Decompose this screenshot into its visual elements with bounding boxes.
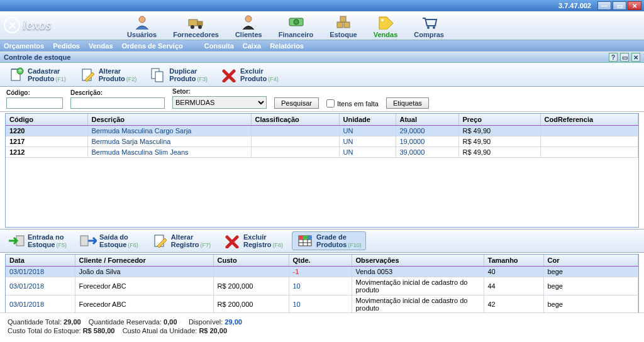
svg-point-13 xyxy=(433,26,435,29)
table-header-row: Código Descrição Classificação Unidade A… xyxy=(6,114,638,126)
grid-icon xyxy=(296,233,314,248)
users-icon xyxy=(133,14,151,30)
codigo-label: Código: xyxy=(6,89,63,96)
pesquisar-button[interactable]: Pesquisar xyxy=(274,97,319,109)
table-row[interactable]: 03/01/2018João da Silva-1Venda 005340beg… xyxy=(6,267,638,277)
nav-clientes[interactable]: Clientes xyxy=(231,13,266,40)
table-row[interactable]: 03/01/2018Forecedor ABCR$ 200,00010Movim… xyxy=(6,277,638,295)
svg-point-0 xyxy=(139,16,145,23)
svg-rect-1 xyxy=(189,19,197,26)
svg-rect-8 xyxy=(337,22,343,28)
svg-point-4 xyxy=(198,25,202,29)
alterar-produto-button[interactable]: AlterarProduto(F2) xyxy=(75,66,141,84)
edit-icon xyxy=(151,233,169,248)
product-toolbar: + CadastrarProduto(F1) AlterarProduto(F2… xyxy=(0,63,644,87)
logo-text: lexos xyxy=(23,18,52,33)
svg-rect-24 xyxy=(299,236,303,240)
version-label: 3.7.47.002 xyxy=(558,2,591,9)
status-bar: Quantidade Total: 29,00 Quantidade Reser… xyxy=(0,312,644,342)
menu-caixa[interactable]: Caixa xyxy=(243,42,261,50)
app-logo: ✕ lexos xyxy=(4,17,52,33)
etiquetas-button[interactable]: Etiquetas xyxy=(386,97,429,109)
title-bar: 3.7.47.002 — ▭ ✕ xyxy=(0,0,644,11)
window-close[interactable]: ✕ xyxy=(631,53,640,62)
svg-rect-19 xyxy=(155,72,163,82)
excluir-registro-button[interactable]: ExcluirRegistro(F8) xyxy=(219,232,287,250)
entrada-estoque-button[interactable]: Entrada noEstoque(F5) xyxy=(4,232,70,250)
itens-falta-label: Itens em falta xyxy=(337,100,379,108)
window-title: Controle de estoque xyxy=(4,53,70,61)
menu-relatorios[interactable]: Relatórios xyxy=(270,42,304,50)
table-row[interactable]: 1220Bermuda Masculina Cargo SarjaUN29,00… xyxy=(6,126,638,136)
codigo-input[interactable] xyxy=(6,97,63,109)
edit-doc-icon xyxy=(79,67,96,82)
table-row[interactable]: 03/01/2018Forecedor ABCR$ 200,00010Movim… xyxy=(6,295,638,314)
copy-doc-icon xyxy=(149,67,167,82)
client-icon xyxy=(240,14,257,30)
saida-estoque-button[interactable]: Saída doEstoque(F6) xyxy=(75,232,142,250)
tag-icon xyxy=(377,14,394,30)
help-button[interactable]: ? xyxy=(609,53,618,62)
nav-fornecedores[interactable]: Fornecedores xyxy=(169,13,223,40)
nav-financeiro[interactable]: Financeiro xyxy=(275,13,318,40)
delete-icon xyxy=(220,67,238,82)
main-toolbar: ✕ lexos Usuários Fornecedores Clientes F… xyxy=(0,11,644,40)
nav-estoque[interactable]: Estoque xyxy=(326,13,360,40)
grade-produtos-button[interactable]: Grade deProdutos(F10) xyxy=(292,231,366,250)
svg-rect-26 xyxy=(308,236,311,240)
menu-bar: Orçamentos Pedidos Vendas Ordens de Serv… xyxy=(0,40,644,52)
svg-text:+: + xyxy=(18,67,22,74)
descricao-label: Descrição: xyxy=(70,89,165,96)
boxes-icon xyxy=(335,14,352,30)
itens-falta-checkbox[interactable] xyxy=(326,99,335,108)
svg-point-3 xyxy=(191,25,194,29)
logo-mark: ✕ xyxy=(4,17,20,33)
table-header-row: Data Cliente / Fornecedor Custo Qtde. Ob… xyxy=(6,255,638,267)
cadastrar-produto-button[interactable]: + CadastrarProduto(F1) xyxy=(4,66,70,84)
window-restore[interactable]: ▭ xyxy=(620,53,629,62)
alterar-registro-button[interactable]: AlterarRegistro(F7) xyxy=(147,232,214,250)
filter-bar: Código: Descrição: Setor:BERMUDAS Pesqui… xyxy=(0,87,644,112)
svg-rect-21 xyxy=(80,236,88,246)
new-doc-icon: + xyxy=(8,67,25,82)
menu-consulta[interactable]: Consulta xyxy=(204,42,234,50)
products-grid[interactable]: Código Descrição Classificação Unidade A… xyxy=(5,113,639,228)
setor-select[interactable]: BERMUDAS xyxy=(172,96,267,109)
table-row[interactable]: 1217Bermuda Sarja MasculinaUN19,0000R$ 4… xyxy=(6,136,638,147)
delete-icon xyxy=(223,233,241,248)
svg-rect-2 xyxy=(197,21,203,26)
table-row[interactable]: 1212Bermuda Masculina Slim JeansUN39,000… xyxy=(6,147,638,158)
window-header: Controle de estoque ? ▭ ✕ xyxy=(0,52,644,63)
nav-vendas[interactable]: Vendas xyxy=(370,13,402,40)
svg-point-7 xyxy=(294,19,299,25)
svg-rect-25 xyxy=(303,236,308,240)
menu-vendas[interactable]: Vendas xyxy=(89,42,113,50)
nav-compras[interactable]: Compras xyxy=(410,13,448,40)
menu-ordens[interactable]: Ordens de Serviço xyxy=(122,42,183,50)
money-icon xyxy=(287,14,305,30)
duplicar-produto-button[interactable]: DuplicarProduto(F3) xyxy=(145,66,211,84)
truck-icon xyxy=(187,14,205,30)
descricao-input[interactable] xyxy=(70,97,165,109)
excluir-produto-button[interactable]: ExcluirProduto(F4) xyxy=(216,66,282,84)
svg-rect-9 xyxy=(344,22,350,28)
arrow-in-icon xyxy=(8,233,25,248)
movement-toolbar: Entrada noEstoque(F5) Saída doEstoque(F6… xyxy=(0,229,644,253)
minimize-button[interactable]: — xyxy=(597,1,611,10)
svg-point-11 xyxy=(381,19,384,21)
grid-padding xyxy=(6,158,638,227)
setor-label: Setor: xyxy=(172,88,267,95)
cart-icon xyxy=(420,14,438,30)
menu-orcamentos[interactable]: Orçamentos xyxy=(4,42,44,50)
svg-point-5 xyxy=(245,16,252,22)
svg-point-12 xyxy=(427,26,430,29)
arrow-out-icon xyxy=(79,233,97,248)
menu-pedidos[interactable]: Pedidos xyxy=(53,42,80,50)
maximize-button[interactable]: ▭ xyxy=(613,1,626,10)
svg-rect-10 xyxy=(340,16,346,22)
close-button[interactable]: ✕ xyxy=(628,1,641,10)
nav-usuarios[interactable]: Usuários xyxy=(123,13,160,40)
